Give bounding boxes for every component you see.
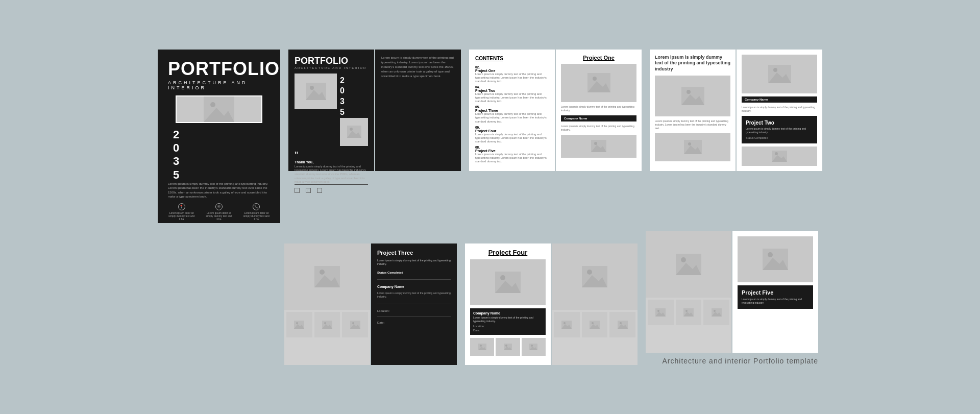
- divider-1: [377, 279, 451, 280]
- footer-text-2: Lorem ipsum dolor sitsimply dummy text a…: [205, 211, 232, 221]
- svg-point-37: [352, 322, 354, 324]
- project-two-img-1: [742, 55, 817, 93]
- project-five-left: [646, 231, 731, 353]
- spread-year: 2035: [340, 76, 368, 118]
- p5-thumb-2: [676, 300, 702, 325]
- project-two-body: Lorem ipsum is simply dummy text of the …: [742, 106, 817, 113]
- contents-desc-5: Lorem ipsum is simply dummy text of the …: [475, 153, 549, 163]
- contents-item-4: 06. Project Four Lorem ipsum is simply d…: [475, 126, 549, 143]
- project-five-right-img: [738, 236, 813, 282]
- project-one-company-badge: Company Name: [561, 115, 636, 121]
- spread-img-1: [295, 74, 337, 109]
- p3-thumb-3: [342, 312, 368, 337]
- p4r-thumb-3: [609, 312, 635, 337]
- svg-point-55: [564, 322, 566, 324]
- project-two-dark-text: Lorem ipsum is simply dummy text of the …: [746, 127, 813, 134]
- intro-text-page: Lorem ipsum is simply dummy text of the …: [650, 50, 736, 171]
- contents-item-5: 08. Project Five Lorem ipsum is simply d…: [475, 145, 549, 163]
- spread-logo: PORTFOLIO: [295, 56, 368, 66]
- footer-text-1: Lorem ipsum dolor sitsimply dummy text a…: [168, 211, 195, 221]
- cover-page: PORTFOLIO ARCHITECTURE AND INTERIOR 2035…: [158, 50, 280, 223]
- svg-point-52: [587, 270, 592, 275]
- svg-point-61: [620, 322, 622, 324]
- project-two-title: Project Two: [746, 120, 813, 126]
- svg-point-73: [714, 310, 716, 312]
- spread-intro-left: PORTFOLIO ARCHITECTURE AND INTERIOR 2035: [288, 50, 374, 171]
- intro-img-1: [655, 76, 730, 116]
- cover-header: PORTFOLIO ARCHITECTURE AND INTERIOR: [168, 60, 270, 90]
- contents-name-1: Project One: [475, 69, 549, 72]
- project-four-right-img: [552, 243, 638, 310]
- spread-logo-sub: ARCHITECTURE AND INTERIOR: [295, 66, 368, 69]
- project-one-body: Lorem ipsum is simply dummy text of the …: [561, 105, 636, 112]
- contents-num-5: 08.: [475, 145, 549, 149]
- project-four-location: Location:: [473, 325, 543, 328]
- cover-image: [176, 95, 262, 123]
- p4r-thumb-1: [554, 312, 580, 337]
- spread-project-three: Project Three Lorem ipsum is simply dumm…: [284, 243, 457, 365]
- contents-num-2: 04.: [475, 85, 549, 89]
- footer-sq-icon-1: □: [295, 188, 300, 193]
- footer-icon-3: □: [317, 188, 322, 193]
- project-three-grid: [284, 310, 370, 365]
- footer-icon-2: □: [306, 188, 311, 193]
- contents-name-5: Project Five: [475, 149, 549, 153]
- cover-title: PORTFOLIO: [168, 60, 270, 78]
- project-two-dark-section: Project Two Lorem ipsum is simply dummy …: [742, 116, 817, 143]
- svg-point-58: [592, 322, 594, 324]
- project-three-company-text: Lorem ipsum is simply dummy text of the …: [377, 291, 451, 299]
- contents-title: CONTENTS: [475, 56, 549, 61]
- project-five-dark-section: Project Five Lorem ipsum is simply dummy…: [738, 285, 813, 309]
- project-four-right: [552, 243, 638, 365]
- project-four-title: Project Four: [470, 249, 546, 256]
- cover-footer-item-2: ✉ Lorem ipsum dolor sitsimply dummy text…: [205, 203, 232, 221]
- project-four-right-grid: [552, 310, 638, 365]
- intro-title: Lorem ipsum is simply dummy text of the …: [655, 55, 730, 72]
- cover-body-text: Lorem ipsum is simply dummy text of the …: [168, 182, 270, 199]
- svg-point-13: [594, 142, 597, 145]
- spread-intro-text: Lorem ipsum is simply dummy text of the …: [650, 50, 822, 171]
- project-one-page: Project One Lorem ipsum is simply dummy …: [556, 50, 642, 171]
- project-two-page: Company Name Lorem ipsum is simply dummy…: [737, 50, 822, 171]
- project-four-company-label: Company Name: [473, 311, 543, 315]
- svg-point-31: [296, 322, 298, 324]
- quote-text: Lorem ipsum is simply dummy text of the …: [295, 165, 368, 184]
- p3-thumb-2: [314, 312, 340, 337]
- footer-sq-icon-2: □: [306, 188, 311, 193]
- contents-item-2: 04. Project Two Lorem ipsum is simply du…: [475, 85, 549, 103]
- svg-point-7: [350, 128, 353, 131]
- project-five-img-main: [646, 231, 731, 298]
- project-one-title: Project One: [561, 55, 636, 61]
- p4-thumb-2: [496, 338, 520, 356]
- intro-body: Lorem ipsum is simply dummy text of the …: [655, 119, 730, 130]
- svg-point-70: [685, 310, 688, 312]
- contents-num-1: 02.: [475, 65, 549, 69]
- svg-point-28: [320, 270, 325, 275]
- quote-mark: ": [295, 150, 368, 160]
- project-one-img: [561, 64, 636, 102]
- contents-name-4: Project Four: [475, 129, 549, 133]
- project-three-left: [284, 243, 370, 365]
- contents-page: CONTENTS 02. Project One Lorem ipsum is …: [469, 50, 555, 171]
- p5-thumb-3: [703, 300, 729, 325]
- project-two-company-badge: Company Name: [742, 96, 817, 103]
- bottom-caption: Architecture and interior Portfolio temp…: [663, 357, 818, 365]
- project-three-body: Lorem ipsum is simply dummy text of the …: [377, 259, 451, 266]
- intro-img-2: [655, 133, 730, 161]
- spread-contents: CONTENTS 02. Project One Lorem ipsum is …: [469, 50, 642, 171]
- email-icon: ✉: [215, 203, 223, 210]
- project-four-left: Project Four Company Name Lorem ipsum is…: [465, 243, 551, 365]
- spread-project-five: Project Five Lorem ipsum is simply dummy…: [646, 231, 818, 365]
- project-three-company-label: Company Name: [377, 285, 451, 288]
- project-four-thumbs: [470, 338, 546, 356]
- svg-point-1: [210, 102, 215, 107]
- p4-thumb-1: [470, 338, 494, 356]
- location-icon: 📍: [178, 203, 185, 210]
- main-container: PORTFOLIO ARCHITECTURE AND INTERIOR 2035…: [31, 50, 949, 365]
- project-three-status: Status Completed: [377, 271, 451, 274]
- svg-point-76: [768, 252, 773, 257]
- footer-sq-icon-3: □: [317, 188, 322, 193]
- svg-point-25: [775, 152, 778, 155]
- spread-img-2: [340, 118, 368, 146]
- contents-num-4: 06.: [475, 126, 549, 129]
